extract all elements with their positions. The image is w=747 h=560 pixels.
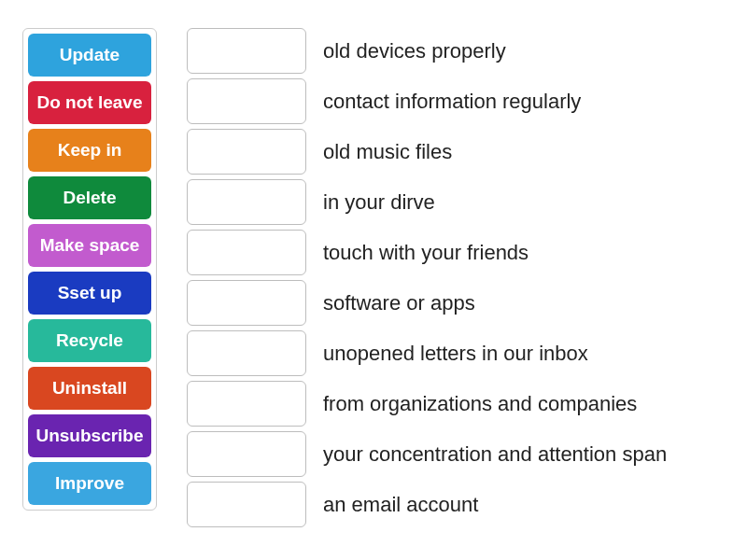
word-tile-delete[interactable]: Delete <box>28 176 151 219</box>
word-tile-keep-in[interactable]: Keep in <box>28 129 151 172</box>
drop-slot[interactable] <box>187 129 306 175</box>
word-tile-make-space[interactable]: Make space <box>28 224 151 267</box>
target-row: an email account <box>187 482 667 527</box>
drop-slot[interactable] <box>187 431 306 477</box>
target-row: in your dirve <box>187 179 667 225</box>
drop-slot[interactable] <box>187 381 306 427</box>
target-phrase: from organizations and companies <box>323 392 637 416</box>
target-phrase: contact information regularly <box>323 90 581 114</box>
word-tile-sset-up[interactable]: Sset up <box>28 272 151 315</box>
target-row: old music files <box>187 129 667 175</box>
target-phrase: unopened letters in our inbox <box>323 342 588 366</box>
drop-slot[interactable] <box>187 482 306 527</box>
matching-exercise: Update Do not leave Keep in Delete Make … <box>22 28 725 527</box>
drop-slot[interactable] <box>187 330 306 376</box>
word-tile-do-not-leave[interactable]: Do not leave <box>28 81 151 124</box>
target-row: software or apps <box>187 280 667 326</box>
drop-slot[interactable] <box>187 179 306 225</box>
target-phrase: software or apps <box>323 291 475 315</box>
target-row: your concentration and attention span <box>187 431 667 477</box>
word-tile-uninstall[interactable]: Uninstall <box>28 367 151 410</box>
target-phrase: an email account <box>323 493 478 517</box>
target-phrase: old music files <box>323 140 452 164</box>
target-phrase: in your dirve <box>323 190 435 215</box>
drop-slot[interactable] <box>187 230 306 275</box>
word-tile-recycle[interactable]: Recycle <box>28 319 151 362</box>
target-phrase: touch with your friends <box>323 241 529 265</box>
drop-slot[interactable] <box>187 78 306 124</box>
word-tile-update[interactable]: Update <box>28 34 151 77</box>
target-phrase: your concentration and attention span <box>323 442 667 467</box>
target-row: touch with your friends <box>187 230 667 275</box>
target-row: old devices properly <box>187 28 667 74</box>
word-bank: Update Do not leave Keep in Delete Make … <box>22 28 157 511</box>
target-row: contact information regularly <box>187 78 667 124</box>
target-phrase: old devices properly <box>323 39 506 63</box>
drop-slot[interactable] <box>187 280 306 326</box>
word-tile-unsubscribe[interactable]: Unsubscribe <box>28 414 151 457</box>
target-row: from organizations and companies <box>187 381 667 427</box>
word-tile-improve[interactable]: Improve <box>28 462 151 505</box>
target-list: old devices properly contact information… <box>187 28 667 527</box>
target-row: unopened letters in our inbox <box>187 330 667 376</box>
drop-slot[interactable] <box>187 28 306 74</box>
